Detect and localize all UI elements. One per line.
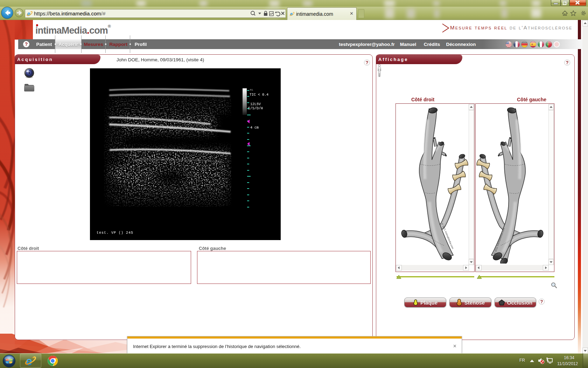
svg-text:E/S/D/H: E/S/D/H bbox=[248, 107, 263, 110]
svg-text:12L5V: 12L5V bbox=[250, 102, 261, 106]
svg-text:test. VP () 245: test. VP () 245 bbox=[97, 231, 133, 235]
svg-text:4 cm: 4 cm bbox=[250, 126, 259, 130]
svg-text:M1: M1 bbox=[250, 88, 253, 91]
svg-text:TIC < 0.4: TIC < 0.4 bbox=[250, 93, 268, 97]
